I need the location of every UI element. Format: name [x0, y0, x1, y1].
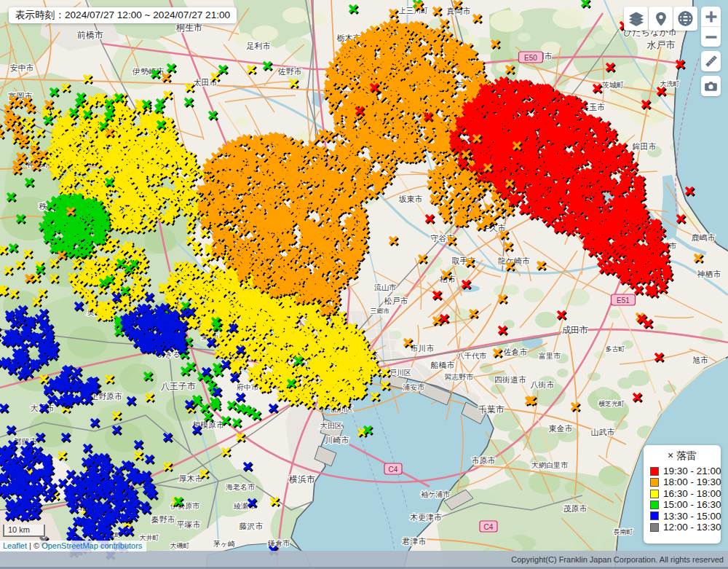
svg-text:佐倉市: 佐倉市	[504, 348, 528, 356]
svg-text:海老名市: 海老名市	[226, 483, 256, 491]
svg-text:大網白里市: 大網白里市	[531, 461, 569, 469]
svg-text:山武市: 山武市	[591, 428, 615, 436]
svg-text:流山市: 流山市	[374, 283, 397, 291]
svg-text:習志野市: 習志野市	[444, 373, 474, 381]
svg-text:長南町: 長南町	[614, 528, 633, 535]
svg-text:多古町: 多古町	[606, 345, 625, 353]
svg-text:三郷市: 三郷市	[371, 307, 390, 315]
svg-text:安中市: 安中市	[10, 63, 34, 72]
svg-text:茂原市: 茂原市	[563, 504, 587, 513]
svg-text:前橋市: 前橋市	[77, 30, 103, 40]
svg-text:松戸市: 松戸市	[384, 297, 408, 305]
svg-text:鹿嶋市: 鹿嶋市	[692, 233, 716, 242]
svg-text:成田市: 成田市	[562, 325, 588, 335]
svg-text:E51: E51	[617, 297, 630, 305]
svg-text:八千代市: 八千代市	[457, 352, 487, 360]
svg-text:横芝光町: 横芝光町	[598, 400, 625, 407]
svg-text:桐生市: 桐生市	[175, 23, 202, 33]
svg-text:旭市: 旭市	[692, 356, 708, 364]
svg-text:横浜市: 横浜市	[288, 474, 315, 484]
svg-text:八街市: 八街市	[531, 380, 555, 389]
svg-text:鉾田市: 鉾田市	[633, 142, 657, 151]
svg-text:C4: C4	[484, 523, 494, 531]
svg-text:市原市: 市原市	[472, 456, 496, 465]
svg-text:千葉市: 千葉市	[478, 404, 505, 415]
svg-text:川崎市: 川崎市	[325, 436, 349, 444]
svg-text:木更津市: 木更津市	[410, 513, 442, 522]
svg-text:大洗町: 大洗町	[660, 80, 680, 87]
svg-text:茅ヶ崎: 茅ヶ崎	[213, 540, 235, 548]
svg-text:鎌倉市: 鎌倉市	[267, 539, 290, 547]
svg-text:東金市: 東金市	[549, 424, 573, 433]
svg-text:秦野市: 秦野市	[151, 515, 175, 524]
svg-text:神栖市: 神栖市	[697, 270, 721, 278]
svg-text:C4: C4	[389, 466, 398, 474]
svg-text:E50: E50	[524, 54, 537, 62]
svg-text:市川市: 市川市	[411, 344, 435, 353]
svg-text:袖ケ浦市: 袖ケ浦市	[421, 490, 451, 498]
svg-text:水戸市: 水戸市	[647, 39, 676, 50]
svg-text:船橋市: 船橋市	[431, 361, 455, 369]
svg-text:佐野市: 佐野市	[278, 67, 302, 76]
svg-text:坂東市: 坂東市	[399, 195, 423, 203]
svg-text:藤沢市: 藤沢市	[240, 522, 264, 530]
svg-text:君津市: 君津市	[402, 537, 427, 546]
svg-text:茨城町: 茨城町	[601, 81, 624, 89]
svg-text:足利市: 足利市	[247, 42, 271, 50]
svg-text:大磯町: 大磯町	[170, 542, 190, 549]
svg-text:平塚市: 平塚市	[177, 520, 201, 529]
svg-text:厚木市: 厚木市	[179, 474, 203, 483]
svg-text:富里市: 富里市	[539, 352, 561, 360]
svg-text:大田区: 大田区	[320, 422, 342, 430]
svg-text:浦安市: 浦安市	[403, 383, 425, 391]
svg-text:四街道市: 四街道市	[494, 375, 526, 384]
svg-text:真岡市: 真岡市	[447, 7, 471, 15]
svg-text:八王子市: 八王子市	[161, 381, 196, 391]
